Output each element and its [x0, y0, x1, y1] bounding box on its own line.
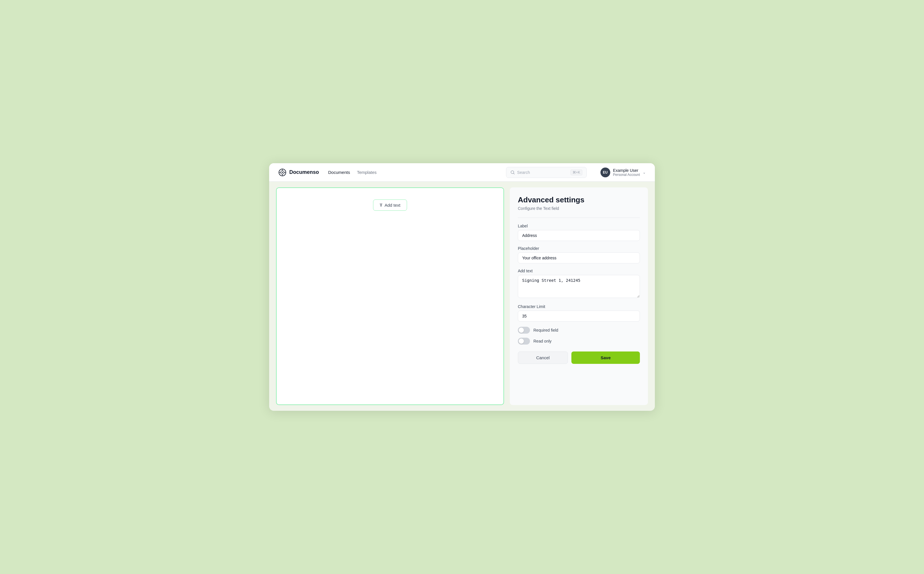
add-text-field-label: Add text	[518, 268, 640, 273]
search-icon	[510, 170, 515, 175]
button-row: Cancel Save	[518, 352, 640, 364]
svg-point-2	[282, 172, 283, 173]
settings-panel: Advanced settings Configure the Text fie…	[510, 188, 648, 405]
placeholder-field-group: Placeholder	[518, 246, 640, 263]
read-only-row: Read only	[518, 337, 640, 345]
add-text-field-group: Add text Signing Street 1, 241245	[518, 268, 640, 299]
logo-icon	[278, 169, 286, 177]
user-avatar: EU	[601, 167, 610, 177]
character-limit-input[interactable]	[518, 311, 640, 322]
search-placeholder: Search	[517, 170, 568, 175]
required-field-slider	[518, 327, 530, 334]
character-limit-group: Character Limit	[518, 304, 640, 322]
save-button[interactable]: Save	[571, 352, 640, 364]
settings-subtitle: Configure the Text field	[518, 206, 640, 211]
label-field-input[interactable]	[518, 230, 640, 241]
user-name: Example User	[613, 168, 640, 173]
text-icon: 𝐓	[380, 203, 382, 208]
navbar: Documenso Documents Templates Search ⌘+K…	[269, 163, 655, 181]
add-text-field-textarea[interactable]: Signing Street 1, 241245	[518, 275, 640, 298]
read-only-label: Read only	[533, 339, 552, 344]
document-area: 𝐓 Add text	[276, 188, 504, 405]
app-window: Documenso Documents Templates Search ⌘+K…	[269, 163, 655, 411]
add-text-button[interactable]: 𝐓 Add text	[373, 199, 407, 211]
required-field-row: Required field	[518, 327, 640, 334]
search-bar[interactable]: Search ⌘+K	[506, 167, 587, 178]
user-info: Example User Personal Account	[613, 168, 640, 177]
placeholder-field-input[interactable]	[518, 252, 640, 263]
required-field-toggle[interactable]	[518, 327, 530, 334]
user-account: Personal Account	[613, 173, 640, 177]
read-only-toggle[interactable]	[518, 337, 530, 345]
label-field-group: Label	[518, 224, 640, 241]
main-content: 𝐓 Add text Advanced settings Configure t…	[269, 181, 655, 411]
character-limit-label: Character Limit	[518, 304, 640, 309]
label-field-label: Label	[518, 224, 640, 228]
logo[interactable]: Documenso	[278, 169, 319, 177]
settings-title: Advanced settings	[518, 196, 640, 204]
read-only-slider	[518, 337, 530, 345]
nav-documents[interactable]: Documents	[328, 169, 350, 176]
required-field-label: Required field	[533, 328, 558, 333]
user-area[interactable]: EU Example User Personal Account ⌄	[601, 167, 646, 177]
chevron-down-icon: ⌄	[643, 170, 646, 175]
app-name: Documenso	[289, 169, 319, 175]
search-shortcut: ⌘+K	[571, 170, 582, 175]
placeholder-field-label: Placeholder	[518, 246, 640, 251]
svg-line-8	[513, 173, 514, 174]
add-text-label: Add text	[385, 203, 401, 208]
cancel-button[interactable]: Cancel	[518, 352, 568, 364]
divider	[518, 218, 640, 218]
nav-links: Documents Templates	[328, 169, 377, 176]
nav-templates[interactable]: Templates	[357, 169, 377, 176]
